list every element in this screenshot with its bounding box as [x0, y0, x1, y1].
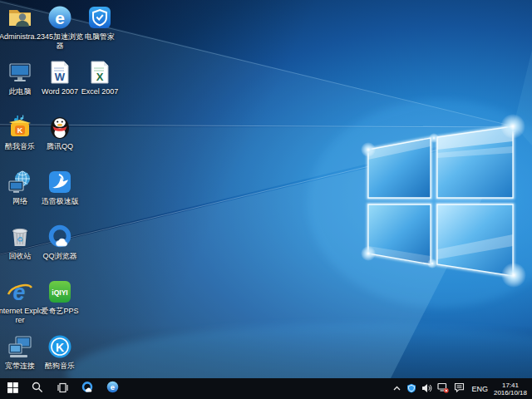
desktop-icon-label: 电脑管家: [76, 32, 124, 42]
svg-text:X: X: [96, 71, 104, 83]
desktop-icon-qq-browser[interactable]: QQ浏览器: [40, 224, 80, 261]
desktop-icon-this-pc[interactable]: 此电脑: [0, 59, 40, 96]
shield-icon: [406, 382, 416, 397]
svg-text:K: K: [56, 341, 64, 354]
tray-clock[interactable]: 17:41 2016/10/18: [492, 382, 532, 397]
chevron-up-icon: [392, 382, 401, 397]
svg-text:♻: ♻: [17, 235, 23, 244]
desktop-icon-label: 迅雷极速版: [36, 197, 84, 206]
desktop-icon-label: 酷狗音乐: [36, 362, 84, 371]
windows-logo-icon: [7, 382, 18, 397]
taskbar-2345-browser-button[interactable]: e: [100, 378, 125, 399]
shield-check-icon: [80, 4, 120, 31]
desktop-icon-broadband-connection[interactable]: 宽带连接: [0, 333, 40, 371]
taskbar: e: [0, 378, 532, 399]
kuwo-music-icon: K: [0, 114, 40, 140]
desktop-icon-kuwo-music[interactable]: K 酷我音乐: [0, 114, 40, 151]
taskbar-qq-browser-button[interactable]: [75, 378, 100, 399]
2345-browser-icon: e: [106, 381, 119, 397]
speaker-icon: [421, 382, 432, 397]
desktop-icon-network[interactable]: 网络: [0, 169, 40, 206]
desktop-icon-kugou-music[interactable]: K 酷狗音乐: [40, 333, 80, 371]
svg-text:W: W: [55, 71, 66, 83]
tray-network-button[interactable]: [435, 378, 451, 399]
desktop-icon-administrator[interactable]: Administra...: [0, 4, 40, 42]
xunlei-bird-icon: [40, 169, 80, 195]
desktop-icon-pc-manager[interactable]: 电脑管家: [80, 4, 120, 42]
desktop-icon-2345-browser[interactable]: e 2345加速浏览器: [40, 4, 80, 51]
tray-language-indicator[interactable]: ENG: [467, 385, 492, 393]
desktop-icon-label: 腾讯QQ: [36, 142, 84, 151]
action-center-icon: [454, 382, 465, 397]
task-view-button[interactable]: [50, 378, 75, 399]
screen: Administra... 此电脑 K 酷我音乐: [0, 0, 532, 399]
kugou-music-icon: K: [40, 333, 80, 360]
start-button[interactable]: [0, 378, 25, 399]
tray-pc-manager-button[interactable]: [404, 378, 419, 399]
desktop-icon-tencent-qq[interactable]: 腾讯QQ: [40, 114, 80, 151]
desktop-icon-xunlei[interactable]: 迅雷极速版: [40, 169, 80, 206]
network-globe-icon: [0, 169, 40, 195]
desktop-icon-iqiyi[interactable]: iQIYI 爱奇艺PPS: [40, 278, 80, 316]
desktop-icon-label: Excel 2007: [76, 87, 124, 96]
desktop-icon-label: QQ浏览器: [36, 252, 84, 261]
task-view-icon: [57, 382, 69, 397]
svg-text:e: e: [55, 8, 65, 27]
desktop-icon-word-2007[interactable]: W Word 2007: [40, 59, 80, 96]
user-folder-icon: [0, 4, 40, 31]
search-button[interactable]: [25, 378, 50, 399]
iqiyi-icon: iQIYI: [40, 278, 80, 305]
word-document-icon: W: [40, 59, 80, 86]
qq-browser-icon: [81, 381, 94, 397]
windows-hero-logo-art: [0, 0, 532, 378]
broadband-connection-icon: [0, 333, 40, 360]
search-icon: [32, 382, 43, 397]
2345-browser-icon: e: [40, 4, 80, 31]
svg-text:e: e: [12, 280, 25, 305]
tray-volume-button[interactable]: [419, 378, 435, 399]
tray-date: 2016/10/18: [494, 389, 527, 397]
desktop-icon-internet-explorer[interactable]: e Internet Explorer: [0, 278, 40, 325]
desktop-icon-label: 爱奇艺PPS: [36, 307, 84, 316]
svg-text:K: K: [17, 126, 23, 135]
internet-explorer-icon: e: [0, 278, 40, 305]
desktop-icon-recycle-bin[interactable]: ♻ 回收站: [0, 224, 40, 261]
network-disconnected-icon: [437, 382, 449, 397]
svg-text:iQIYI: iQIYI: [52, 288, 67, 297]
recycle-bin-icon: ♻: [0, 224, 40, 250]
tray-show-hidden-icons-button[interactable]: [390, 378, 404, 399]
tray-time: 17:41: [494, 382, 527, 389]
tray-action-center-button[interactable]: [451, 378, 467, 399]
desktop-icon-excel-2007[interactable]: X Excel 2007: [80, 59, 120, 96]
qq-browser-icon: [40, 224, 80, 250]
excel-document-icon: X: [80, 59, 120, 86]
system-tray: ENG 17:41 2016/10/18: [390, 378, 532, 399]
svg-text:e: e: [110, 382, 114, 392]
qq-penguin-icon: [40, 114, 80, 140]
desktop-wallpaper[interactable]: Administra... 此电脑 K 酷我音乐: [0, 0, 532, 378]
monitor-icon: [0, 59, 40, 86]
